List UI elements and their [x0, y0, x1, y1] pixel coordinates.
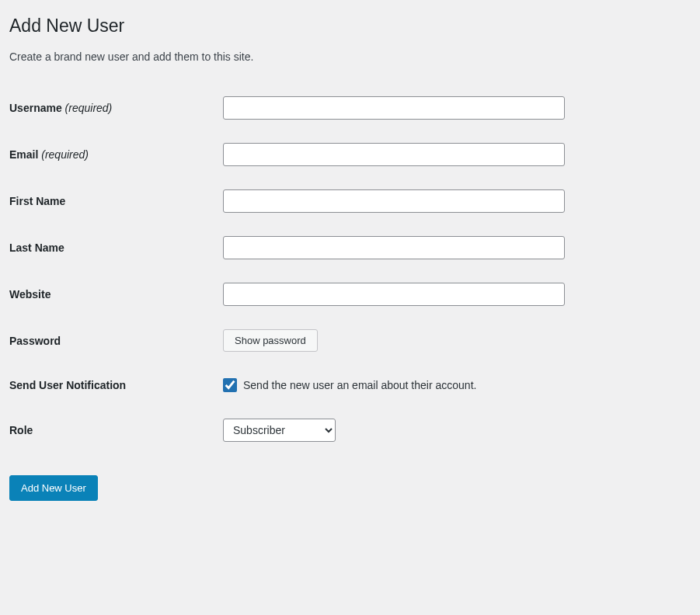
- last-name-input[interactable]: [223, 236, 565, 259]
- email-label-text: Email: [9, 148, 38, 161]
- page-description: Create a brand new user and add them to …: [9, 50, 691, 63]
- show-password-button[interactable]: Show password: [223, 329, 318, 352]
- password-label: Password: [9, 318, 223, 363]
- send-notification-checkbox-label: Send the new user an email about their a…: [243, 379, 476, 391]
- last-name-label: Last Name: [9, 224, 223, 271]
- first-name-input[interactable]: [223, 189, 565, 213]
- username-label: Username (required): [9, 85, 223, 131]
- username-required-text: (required): [65, 102, 113, 114]
- send-notification-checkbox[interactable]: [223, 378, 237, 392]
- username-input[interactable]: [223, 96, 565, 120]
- username-label-text: Username: [9, 102, 62, 114]
- first-name-label: First Name: [9, 178, 223, 224]
- email-required-text: (required): [41, 148, 89, 161]
- page-title: Add New User: [9, 16, 691, 36]
- website-input[interactable]: [223, 283, 565, 306]
- role-select[interactable]: Subscriber: [223, 419, 336, 442]
- email-input[interactable]: [223, 143, 565, 166]
- role-label: Role: [9, 407, 223, 453]
- send-notification-label: Send User Notification: [9, 363, 223, 407]
- website-label: Website: [9, 271, 223, 318]
- email-label: Email (required): [9, 131, 223, 178]
- user-form-table: Username (required) Email (required) Fir…: [9, 85, 691, 453]
- add-new-user-button[interactable]: Add New User: [9, 475, 98, 501]
